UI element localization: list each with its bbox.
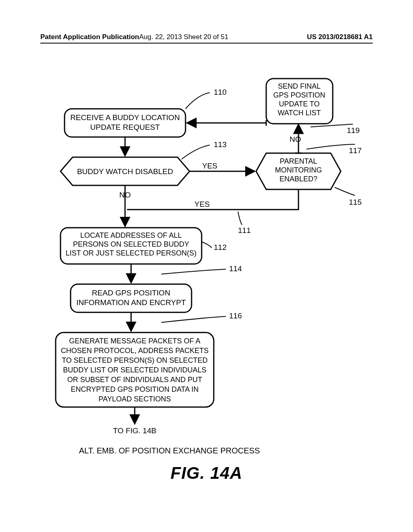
- leader-112: [202, 242, 212, 248]
- svg-text:BUDDY LIST OR SELECTED INDIVID: BUDDY LIST OR SELECTED INDIVIDUALS: [63, 366, 206, 374]
- svg-text:WATCH LIST: WATCH LIST: [278, 109, 321, 117]
- leader-114: [161, 269, 226, 274]
- label-113: 113: [214, 140, 227, 149]
- header-center: Aug. 22, 2013 Sheet 20 of 51: [139, 33, 265, 41]
- svg-text:YES: YES: [194, 200, 210, 208]
- block-116: GENERATE MESSAGE PACKETS OF A CHOSEN PRO…: [56, 332, 214, 407]
- label-110: 110: [214, 88, 227, 96]
- svg-text:INFORMATION AND ENCRYPT: INFORMATION AND ENCRYPT: [76, 298, 186, 307]
- svg-text:LIST OR JUST SELECTED PERSON(S: LIST OR JUST SELECTED PERSON(S): [66, 249, 196, 257]
- svg-text:TO SELECTED PERSON(S) ON SELEC: TO SELECTED PERSON(S) ON SELECTED: [62, 356, 208, 364]
- decision-115: PARENTAL MONITORING ENABLED?: [256, 153, 341, 189]
- svg-text:PERSONS ON SELECTED BUDDY: PERSONS ON SELECTED BUDDY: [73, 240, 189, 248]
- leader-110: [186, 93, 210, 109]
- arrow-115-yes: YES: [194, 189, 298, 210]
- block-110: RECEIVE A BUDDY LOCATION UPDATE REQUEST: [65, 109, 186, 137]
- label-117: 117: [349, 146, 362, 155]
- svg-text:LOCATE ADDRESSES OF ALL: LOCATE ADDRESSES OF ALL: [80, 231, 182, 239]
- svg-text:CHOSEN PROTOCOL, ADDRESS PACKE: CHOSEN PROTOCOL, ADDRESS PACKETS: [61, 347, 209, 355]
- leader-113: [181, 145, 210, 159]
- svg-text:UPDATE REQUEST: UPDATE REQUEST: [90, 123, 160, 131]
- svg-text:RECEIVE A BUDDY LOCATION: RECEIVE A BUDDY LOCATION: [70, 113, 180, 122]
- leader-115: [335, 187, 355, 195]
- svg-text:UPDATE TO: UPDATE TO: [279, 100, 319, 108]
- svg-text:ENCRYPTED GPS POSITION DATA IN: ENCRYPTED GPS POSITION DATA IN: [71, 385, 198, 393]
- figure-caption: ALT. EMB. OF POSITION EXCHANGE PROCESS: [79, 446, 260, 455]
- leader-117: [307, 144, 355, 149]
- svg-text:OR SUBSET OF INDIVIDUALS AND P: OR SUBSET OF INDIVIDUALS AND PUT: [67, 376, 202, 384]
- header-right: US 2013/0218681 A1: [265, 33, 373, 41]
- svg-text:MONITORING: MONITORING: [275, 166, 322, 174]
- svg-text:PAYLOAD SECTIONS: PAYLOAD SECTIONS: [98, 395, 171, 403]
- figure-number: FIG. 14A: [0, 463, 413, 483]
- header-left: Patent Application Publication: [40, 33, 139, 41]
- label-114: 114: [229, 264, 242, 273]
- decision-113: BUDDY WATCH DISABLED: [60, 157, 190, 185]
- block-112: LOCATE ADDRESSES OF ALL PERSONS ON SELEC…: [60, 228, 202, 264]
- leader-116: [161, 316, 226, 322]
- svg-text:GPS POSITION: GPS POSITION: [273, 91, 325, 99]
- label-116: 116: [229, 312, 242, 320]
- svg-text:SEND FINAL: SEND FINAL: [278, 82, 321, 90]
- svg-text:PARENTAL: PARENTAL: [280, 157, 317, 165]
- label-to-fig: TO FIG. 14B: [113, 426, 156, 435]
- page-header: Patent Application Publication Aug. 22, …: [40, 33, 373, 44]
- flowchart: RECEIVE A BUDDY LOCATION UPDATE REQUEST …: [48, 73, 365, 496]
- svg-text:ENABLED?: ENABLED?: [280, 175, 317, 183]
- label-111: 111: [238, 226, 251, 235]
- leader-111: [238, 212, 242, 225]
- block-119: SEND FINAL GPS POSITION UPDATE TO WATCH …: [266, 79, 333, 124]
- label-no-115: NO: [290, 135, 301, 143]
- label-119: 119: [347, 126, 360, 135]
- block-114: READ GPS POSITION INFORMATION AND ENCRYP…: [71, 284, 192, 312]
- label-yes-113: YES: [202, 162, 217, 170]
- svg-text:GENERATE MESSAGE PACKETS OF A: GENERATE MESSAGE PACKETS OF A: [69, 337, 200, 345]
- svg-text:BUDDY WATCH DISABLED: BUDDY WATCH DISABLED: [77, 167, 173, 176]
- label-112: 112: [214, 243, 227, 251]
- label-no-113: NO: [119, 191, 131, 199]
- label-115: 115: [349, 198, 362, 206]
- svg-text:READ GPS POSITION: READ GPS POSITION: [92, 289, 170, 297]
